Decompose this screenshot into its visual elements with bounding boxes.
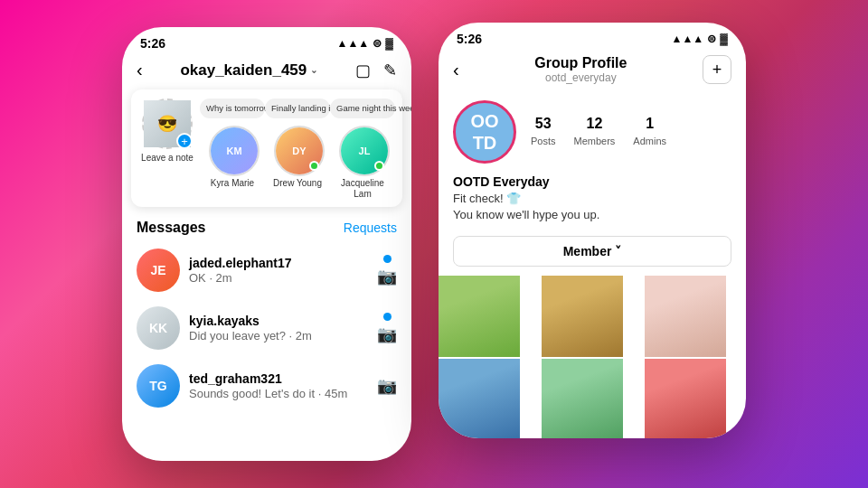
kyra-face: KM [211,127,258,174]
nav-bar-left: ‹ okay_kaiden_459 ⌄ ▢ ✎ [122,54,411,86]
kyia-username: kyia.kayaks [189,314,368,328]
ted-info: ted_graham321 Sounds good! Let's do it ·… [189,371,368,400]
battery-icon-left: ▓ [385,37,393,50]
story-bubble-jacq: Game night this weekend? 🎲 [330,99,395,118]
member-button-label: Member ˅ [563,244,622,258]
stories-row: 😎 + Leave a note Why is tomorrow Monday!… [138,99,395,200]
jaded-avatar: JE [137,249,180,292]
signal-icon-left: ▲▲▲ [337,37,370,50]
group-profile-section: OO TD 53 Posts 12 Members 1 Admins [439,89,746,174]
group-nav-center: Group Profile ootd_everyday [534,55,627,84]
jaded-info: jaded.elephant17 OK · 2m [189,256,368,285]
video-call-icon[interactable]: ▢ [355,61,371,80]
group-avatar-text: OO TD [470,110,498,154]
story-bubble-kyra: Why is tomorrow Monday!? 😅 [200,99,265,118]
story-jacq[interactable]: Game night this weekend? 🎲 JL Jacqueline… [334,99,392,200]
stat-posts-label: Posts [531,136,556,146]
story-name-kyra: Kyra Marie [211,178,254,189]
message-item-jaded[interactable]: JE jaded.elephant17 OK · 2m 📷 [122,241,411,299]
ted-username: ted_graham321 [189,371,368,386]
status-bar-right: 5:26 ▲▲▲ ⊜ ▓ [439,23,746,50]
add-icon: + [712,61,722,80]
jacq-online-indicator [374,161,384,171]
group-subtitle: ootd_everyday [534,71,627,84]
jaded-avatar-img: JE [137,249,180,292]
stat-admins-label: Admins [633,136,666,146]
messages-header: Messages Requests [122,211,411,241]
jaded-username: jaded.elephant17 [189,256,368,270]
photo-cell-2[interactable] [542,276,623,357]
self-avatar-wrap: 😎 + [142,99,193,149]
story-name-jacq: Jacqueline Lam [334,178,392,200]
group-bio-line2: You know we'll hype you up. [453,207,731,223]
stat-members-number: 12 [574,116,616,132]
status-icons-right: ▲▲▲ ⊜ ▓ [672,33,728,45]
jaded-msg-right: 📷 [377,255,397,286]
back-button[interactable]: ‹ [137,60,143,80]
stat-members-label: Members [574,136,616,146]
story-self[interactable]: 😎 + Leave a note [138,99,196,164]
right-phone: 5:26 ▲▲▲ ⊜ ▓ ‹ Group Profile ootd_everyd… [439,23,746,438]
stories-container: 😎 + Leave a note Why is tomorrow Monday!… [131,89,402,207]
jaded-camera-icon[interactable]: 📷 [377,267,397,286]
photo-cell-3[interactable] [645,276,726,357]
status-icons-left: ▲▲▲ ⊜ ▓ [337,37,393,50]
jaded-preview: OK · 2m [189,271,368,285]
kyia-msg-right: 📷 [377,313,397,344]
group-bio-name: OOTD Everyday [453,174,731,189]
photo-cell-6[interactable] [645,359,726,438]
photo-cell-4[interactable] [439,359,520,438]
story-bubble-drew: Finally landing in NYC! ❤️ [265,99,330,118]
stat-members: 12 Members [574,116,616,148]
battery-icon-right: ▓ [720,33,728,45]
message-item-ted[interactable]: TG ted_graham321 Sounds good! Let's do i… [122,357,411,415]
wifi-icon-right: ⊜ [707,33,716,45]
group-back-button[interactable]: ‹ [453,60,459,80]
drew-online-indicator [309,161,319,171]
group-stats: 53 Posts 12 Members 1 Admins [531,116,666,148]
story-kyra[interactable]: Why is tomorrow Monday!? 😅 KM Kyra Marie [203,99,261,189]
nav-title[interactable]: okay_kaiden_459 ⌄ [180,61,317,80]
nav-username: okay_kaiden_459 [180,61,307,80]
stat-admins: 1 Admins [633,116,666,148]
ted-preview: Sounds good! Let's do it · 45m [189,387,368,400]
stat-posts-number: 53 [531,116,556,132]
nav-icons: ▢ ✎ [355,61,397,80]
add-story-button[interactable]: + [176,133,193,149]
member-button[interactable]: Member ˅ [453,236,731,267]
kyia-avatar-img: KK [137,306,180,350]
stat-admins-number: 1 [633,116,666,132]
kyra-avatar-wrap: KM [207,124,258,174]
photo-cell-1[interactable] [439,276,520,357]
group-nav: ‹ Group Profile ootd_everyday + [439,50,746,89]
chevron-down-icon: ⌄ [310,65,317,75]
wifi-icon-left: ⊜ [373,37,382,50]
ted-camera-icon[interactable]: 📷 [377,376,397,396]
requests-link[interactable]: Requests [344,221,397,235]
group-bio-line1: Fit check! 👕 [453,191,731,207]
messages-title: Messages [137,220,206,236]
ted-avatar: TG [137,364,180,408]
status-time-right: 5:26 [457,32,482,46]
kyia-camera-icon[interactable]: 📷 [377,324,397,344]
drew-avatar-wrap: DY [272,124,323,174]
ted-avatar-img: TG [137,364,180,408]
left-phone: 5:26 ▲▲▲ ⊜ ▓ ‹ okay_kaiden_459 ⌄ ▢ ✎ 😎 [122,27,411,461]
photo-grid [439,276,746,438]
story-drew[interactable]: Finally landing in NYC! ❤️ DY Drew Young [269,99,326,189]
stat-posts: 53 Posts [531,116,556,148]
story-name-drew: Drew Young [273,178,322,189]
edit-icon[interactable]: ✎ [383,61,397,80]
kyia-unread-dot [383,313,392,321]
group-title: Group Profile [534,55,627,71]
jacq-avatar-wrap: JL [337,124,388,174]
group-add-button[interactable]: + [703,55,731,84]
story-name-self: Leave a note [141,153,193,164]
message-item-kyia[interactable]: KK kyia.kayaks Did you leave yet? · 2m 📷 [122,299,411,357]
kyra-avatar: KM [209,126,259,176]
photo-cell-5[interactable] [542,359,623,438]
kyia-info: kyia.kayaks Did you leave yet? · 2m [189,314,368,343]
group-avatar: OO TD [453,100,516,164]
status-bar-left: 5:26 ▲▲▲ ⊜ ▓ [122,27,411,54]
ted-msg-right: 📷 [377,376,397,396]
